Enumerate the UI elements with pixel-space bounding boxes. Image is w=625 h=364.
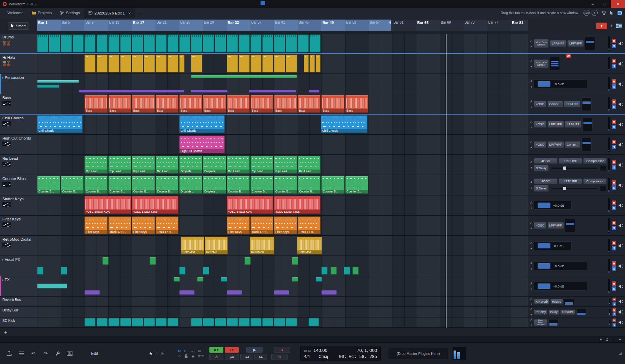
zoom-control-1[interactable]: Z — [605, 338, 609, 341]
clip[interactable] — [250, 34, 262, 52]
clip-4osc-stutter-keys[interactable]: 4OSC Stutter Keys — [274, 196, 321, 214]
automation-button[interactable]: A — [530, 120, 532, 123]
speaker-icon[interactable] — [617, 284, 624, 289]
go-to-end-icon[interactable]: →| — [190, 349, 194, 353]
star-outline-icon[interactable]: ☆ — [155, 351, 158, 356]
monitor-icon[interactable] — [617, 11, 622, 15]
clip[interactable] — [330, 267, 337, 275]
plugin-chip-4osc[interactable]: 4OSC — [534, 141, 546, 148]
mute-button[interactable]: M — [613, 298, 616, 301]
clip[interactable] — [215, 318, 226, 326]
clip[interactable] — [250, 55, 262, 72]
arrangement-lane[interactable]: RetroMod...RetroMo...RetroMod ...RetroMo… — [37, 236, 528, 255]
resize-grip-icon[interactable]: ◢ — [619, 351, 622, 356]
clip[interactable] — [203, 318, 214, 326]
clip-droplets[interactable]: Droplets ... — [179, 156, 202, 174]
automation-button[interactable]: A — [530, 140, 532, 144]
plugin-chip-delay[interactable]: Delay — [548, 309, 559, 315]
sampler-mini-display[interactable] — [550, 57, 560, 70]
track-header-reverb-bus[interactable]: Reverb Bus — [0, 297, 37, 306]
clip-rip-lead[interactable]: Rip Lead — [250, 156, 273, 174]
menu-button[interactable] — [16, 349, 26, 358]
automation-button[interactable]: A — [530, 160, 532, 164]
clip[interactable] — [179, 267, 186, 275]
clip[interactable] — [221, 277, 227, 282]
volume-fader[interactable] — [585, 37, 595, 50]
add-plugin-button[interactable]: + — [531, 186, 532, 190]
solo-button[interactable]: S — [612, 44, 616, 48]
play-button[interactable]: ▶ — [246, 347, 263, 353]
expand-arrow-icon[interactable]: ▸ — [2, 258, 4, 261]
clip[interactable] — [61, 34, 72, 52]
clip[interactable] — [262, 318, 273, 326]
mtc-label[interactable]: MTC — [198, 355, 204, 358]
punch-icon[interactable]: ◉ — [191, 354, 194, 358]
add-plugin-button[interactable]: + — [531, 85, 532, 89]
clip-retromo[interactable]: RetroMo... — [205, 237, 228, 254]
clip-filter-keys[interactable]: Filter Keys — [274, 216, 297, 234]
plugin-window-badge[interactable]: W — [566, 54, 571, 58]
add-plugin-button[interactable]: + — [531, 45, 532, 48]
clip-counter-b[interactable]: Counter B... — [298, 176, 321, 194]
tab-20220207b-edit-1[interactable]: 20220207b Edit 1× — [84, 8, 135, 18]
arrangement-lane[interactable]: High-Cut Chords — [37, 135, 528, 154]
close-button[interactable]: × — [611, 0, 625, 8]
solo-button[interactable]: S — [612, 84, 616, 89]
clip[interactable] — [316, 55, 321, 72]
clip[interactable] — [250, 318, 262, 326]
clip[interactable] — [150, 257, 156, 265]
solo-button[interactable]: S — [612, 64, 616, 68]
marker-strip[interactable] — [37, 31, 528, 34]
clip-droplets[interactable]: Droplets ... — [203, 176, 226, 194]
clip[interactable] — [239, 55, 250, 72]
clip[interactable] — [120, 318, 131, 326]
sync-icon[interactable]: ↻ — [178, 349, 181, 353]
mute-button[interactable]: M — [612, 160, 616, 164]
add-plugin-button[interactable]: + — [531, 146, 532, 149]
plugin-chip-4osc[interactable]: 4OSC — [534, 158, 558, 164]
mute-button[interactable]: M — [613, 308, 616, 312]
track-header-fx[interactable]: ▸FX — [0, 276, 37, 296]
clip[interactable] — [179, 290, 194, 295]
clip[interactable] — [102, 257, 109, 265]
clip-counter-b[interactable]: Counter B... — [37, 176, 60, 194]
clip[interactable] — [156, 34, 167, 52]
solo-button[interactable]: S — [612, 226, 616, 230]
automation-button[interactable]: A — [530, 80, 532, 83]
clip-4osc-stutter-keys[interactable]: 4OSC Stutter Keys — [132, 196, 179, 214]
clip-counter-b[interactable]: Counter B... — [84, 176, 107, 194]
clip[interactable] — [308, 318, 319, 326]
arrangement-lane[interactable]: BassBassBassBassBassBassBassBassBassBass… — [37, 94, 528, 114]
track-header-percussion[interactable]: ▸Percussion — [0, 74, 37, 94]
clip[interactable] — [167, 55, 179, 72]
clip[interactable] — [97, 318, 108, 326]
time-signature[interactable]: 4/4 — [304, 354, 310, 359]
clip-counter-b[interactable]: Counter B... — [132, 176, 155, 194]
clip[interactable] — [144, 318, 155, 326]
undo-button[interactable]: ↶ — [28, 349, 38, 358]
clip-bass[interactable]: Bass — [274, 95, 297, 113]
clip[interactable] — [227, 290, 242, 295]
add-button[interactable]: + — [610, 23, 613, 29]
clip[interactable] — [344, 267, 350, 275]
solo-button[interactable]: S — [612, 145, 616, 149]
plugin-chip-lpf-hpf[interactable]: LPF/HPF — [547, 141, 564, 148]
clip[interactable] — [37, 80, 79, 83]
clip-rip-lead[interactable]: Rip Lead — [156, 156, 179, 174]
record-mode-button[interactable]: ●▶ — [225, 347, 239, 353]
plugin-chip-micro-drum-sampler[interactable]: Micro Drum Sampler — [534, 59, 549, 68]
plugin-chip-compr[interactable]: Compr... — [547, 101, 563, 108]
clip[interactable] — [179, 55, 185, 72]
track-header-bass[interactable]: Bass — [0, 94, 37, 114]
magnet-icon[interactable]: ∪ — [184, 349, 187, 353]
clip[interactable] — [286, 55, 297, 72]
clip[interactable] — [37, 267, 44, 275]
mute-button[interactable]: M — [612, 120, 616, 124]
solo-button[interactable]: S — [612, 266, 616, 271]
plugin-chip-lpf-hpf[interactable]: LPF/HPF — [564, 101, 580, 108]
clip[interactable] — [179, 34, 190, 52]
scroll-strip[interactable]: +Z-+ — [0, 337, 625, 342]
mute-button[interactable]: M — [612, 59, 616, 63]
speaker-icon[interactable] — [617, 299, 624, 304]
expand-arrow-icon[interactable]: ▸ — [2, 76, 4, 79]
